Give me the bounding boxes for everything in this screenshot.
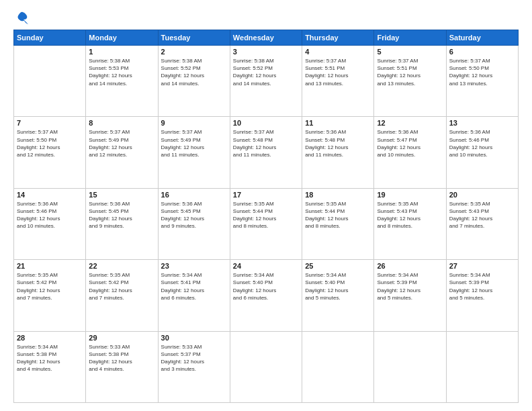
calendar-day-cell: 16Sunrise: 5:36 AM Sunset: 5:45 PM Dayli… bbox=[158, 188, 230, 259]
calendar-day-cell: 12Sunrise: 5:36 AM Sunset: 5:47 PM Dayli… bbox=[374, 117, 446, 188]
calendar-day-cell bbox=[14, 46, 86, 117]
calendar-day-cell: 2Sunrise: 5:38 AM Sunset: 5:52 PM Daylig… bbox=[158, 46, 230, 117]
day-number: 6 bbox=[449, 48, 515, 56]
day-number: 12 bbox=[377, 119, 443, 127]
calendar-day-cell: 7Sunrise: 5:37 AM Sunset: 5:50 PM Daylig… bbox=[14, 117, 86, 188]
calendar-day-cell: 22Sunrise: 5:35 AM Sunset: 5:42 PM Dayli… bbox=[86, 260, 158, 331]
calendar-day-cell: 23Sunrise: 5:34 AM Sunset: 5:41 PM Dayli… bbox=[158, 260, 230, 331]
day-number: 17 bbox=[233, 191, 299, 199]
page: SundayMondayTuesdayWednesdayThursdayFrid… bbox=[0, 0, 532, 411]
day-number: 11 bbox=[305, 119, 371, 127]
calendar-day-cell: 25Sunrise: 5:34 AM Sunset: 5:40 PM Dayli… bbox=[302, 260, 374, 331]
day-number: 29 bbox=[89, 334, 154, 342]
day-info: Sunrise: 5:37 AM Sunset: 5:49 PM Dayligh… bbox=[89, 128, 154, 158]
day-number: 8 bbox=[89, 119, 154, 127]
calendar-day-cell: 6Sunrise: 5:37 AM Sunset: 5:50 PM Daylig… bbox=[446, 46, 518, 117]
day-info: Sunrise: 5:36 AM Sunset: 5:46 PM Dayligh… bbox=[449, 128, 515, 158]
calendar-day-cell: 9Sunrise: 5:37 AM Sunset: 5:49 PM Daylig… bbox=[158, 117, 230, 188]
day-number: 24 bbox=[233, 262, 299, 270]
day-number: 15 bbox=[89, 191, 154, 199]
calendar-day-cell: 20Sunrise: 5:35 AM Sunset: 5:43 PM Dayli… bbox=[446, 188, 518, 259]
day-info: Sunrise: 5:35 AM Sunset: 5:42 PM Dayligh… bbox=[89, 271, 154, 302]
day-number: 30 bbox=[161, 334, 227, 342]
day-info: Sunrise: 5:36 AM Sunset: 5:46 PM Dayligh… bbox=[17, 200, 83, 230]
day-info: Sunrise: 5:34 AM Sunset: 5:40 PM Dayligh… bbox=[233, 271, 299, 302]
day-info: Sunrise: 5:38 AM Sunset: 5:52 PM Dayligh… bbox=[161, 57, 227, 87]
day-number: 5 bbox=[377, 48, 443, 56]
day-of-week-header: Friday bbox=[374, 30, 446, 46]
calendar-day-cell: 4Sunrise: 5:37 AM Sunset: 5:51 PM Daylig… bbox=[302, 46, 374, 117]
day-number: 14 bbox=[17, 191, 83, 199]
calendar-day-cell: 18Sunrise: 5:35 AM Sunset: 5:44 PM Dayli… bbox=[302, 188, 374, 259]
calendar-day-cell: 8Sunrise: 5:37 AM Sunset: 5:49 PM Daylig… bbox=[86, 117, 158, 188]
day-info: Sunrise: 5:38 AM Sunset: 5:52 PM Dayligh… bbox=[233, 57, 299, 87]
day-info: Sunrise: 5:37 AM Sunset: 5:51 PM Dayligh… bbox=[377, 57, 443, 87]
day-info: Sunrise: 5:36 AM Sunset: 5:48 PM Dayligh… bbox=[305, 128, 371, 158]
day-number: 27 bbox=[449, 262, 515, 270]
day-info: Sunrise: 5:36 AM Sunset: 5:45 PM Dayligh… bbox=[161, 200, 227, 230]
day-info: Sunrise: 5:34 AM Sunset: 5:41 PM Dayligh… bbox=[161, 271, 227, 302]
header bbox=[13, 11, 519, 26]
logo-bird-icon bbox=[15, 11, 30, 26]
day-number: 10 bbox=[233, 119, 299, 127]
day-info: Sunrise: 5:34 AM Sunset: 5:38 PM Dayligh… bbox=[17, 343, 83, 373]
calendar-day-cell: 28Sunrise: 5:34 AM Sunset: 5:38 PM Dayli… bbox=[14, 331, 86, 402]
calendar-day-cell: 17Sunrise: 5:35 AM Sunset: 5:44 PM Dayli… bbox=[230, 188, 302, 259]
day-of-week-header: Sunday bbox=[14, 30, 86, 46]
day-number: 20 bbox=[449, 191, 515, 199]
calendar-day-cell: 3Sunrise: 5:38 AM Sunset: 5:52 PM Daylig… bbox=[230, 46, 302, 117]
day-info: Sunrise: 5:35 AM Sunset: 5:43 PM Dayligh… bbox=[377, 200, 443, 230]
calendar-day-cell bbox=[230, 331, 302, 402]
calendar-week-row: 14Sunrise: 5:36 AM Sunset: 5:46 PM Dayli… bbox=[14, 188, 519, 259]
day-number: 22 bbox=[89, 262, 154, 270]
day-info: Sunrise: 5:34 AM Sunset: 5:40 PM Dayligh… bbox=[305, 271, 371, 302]
calendar-day-cell: 14Sunrise: 5:36 AM Sunset: 5:46 PM Dayli… bbox=[14, 188, 86, 259]
day-number: 28 bbox=[17, 334, 83, 342]
day-number: 21 bbox=[17, 262, 83, 270]
day-info: Sunrise: 5:33 AM Sunset: 5:38 PM Dayligh… bbox=[89, 343, 154, 373]
calendar-week-row: 7Sunrise: 5:37 AM Sunset: 5:50 PM Daylig… bbox=[14, 117, 519, 188]
day-info: Sunrise: 5:38 AM Sunset: 5:53 PM Dayligh… bbox=[89, 57, 154, 87]
day-number: 13 bbox=[449, 119, 515, 127]
calendar-day-cell bbox=[374, 331, 446, 402]
day-info: Sunrise: 5:35 AM Sunset: 5:44 PM Dayligh… bbox=[305, 200, 371, 230]
day-number: 25 bbox=[305, 262, 371, 270]
calendar-day-cell: 5Sunrise: 5:37 AM Sunset: 5:51 PM Daylig… bbox=[374, 46, 446, 117]
day-number: 18 bbox=[305, 191, 371, 199]
calendar-day-cell bbox=[446, 331, 518, 402]
day-number: 3 bbox=[233, 48, 299, 56]
day-info: Sunrise: 5:34 AM Sunset: 5:39 PM Dayligh… bbox=[377, 271, 443, 302]
calendar-week-row: 1Sunrise: 5:38 AM Sunset: 5:53 PM Daylig… bbox=[14, 46, 519, 117]
calendar-day-cell bbox=[302, 331, 374, 402]
calendar-week-row: 21Sunrise: 5:35 AM Sunset: 5:42 PM Dayli… bbox=[14, 260, 519, 331]
day-number: 4 bbox=[305, 48, 371, 56]
day-number: 19 bbox=[377, 191, 443, 199]
day-info: Sunrise: 5:37 AM Sunset: 5:49 PM Dayligh… bbox=[161, 128, 227, 158]
calendar-day-cell: 30Sunrise: 5:33 AM Sunset: 5:37 PM Dayli… bbox=[158, 331, 230, 402]
day-info: Sunrise: 5:36 AM Sunset: 5:45 PM Dayligh… bbox=[89, 200, 154, 230]
day-number: 7 bbox=[17, 119, 83, 127]
calendar-day-cell: 29Sunrise: 5:33 AM Sunset: 5:38 PM Dayli… bbox=[86, 331, 158, 402]
day-of-week-header: Thursday bbox=[302, 30, 374, 46]
calendar-day-cell: 1Sunrise: 5:38 AM Sunset: 5:53 PM Daylig… bbox=[86, 46, 158, 117]
calendar-table: SundayMondayTuesdayWednesdayThursdayFrid… bbox=[13, 30, 519, 403]
calendar-day-cell: 26Sunrise: 5:34 AM Sunset: 5:39 PM Dayli… bbox=[374, 260, 446, 331]
calendar-day-cell: 15Sunrise: 5:36 AM Sunset: 5:45 PM Dayli… bbox=[86, 188, 158, 259]
day-info: Sunrise: 5:33 AM Sunset: 5:37 PM Dayligh… bbox=[161, 343, 227, 373]
calendar-day-cell: 27Sunrise: 5:34 AM Sunset: 5:39 PM Dayli… bbox=[446, 260, 518, 331]
day-info: Sunrise: 5:35 AM Sunset: 5:44 PM Dayligh… bbox=[233, 200, 299, 230]
calendar-day-cell: 13Sunrise: 5:36 AM Sunset: 5:46 PM Dayli… bbox=[446, 117, 518, 188]
calendar-header-row: SundayMondayTuesdayWednesdayThursdayFrid… bbox=[14, 30, 519, 46]
day-of-week-header: Tuesday bbox=[158, 30, 230, 46]
logo bbox=[13, 11, 30, 26]
day-info: Sunrise: 5:37 AM Sunset: 5:48 PM Dayligh… bbox=[233, 128, 299, 158]
calendar-day-cell: 11Sunrise: 5:36 AM Sunset: 5:48 PM Dayli… bbox=[302, 117, 374, 188]
day-number: 1 bbox=[89, 48, 154, 56]
day-info: Sunrise: 5:34 AM Sunset: 5:39 PM Dayligh… bbox=[449, 271, 515, 302]
day-info: Sunrise: 5:37 AM Sunset: 5:50 PM Dayligh… bbox=[17, 128, 83, 158]
calendar-day-cell: 24Sunrise: 5:34 AM Sunset: 5:40 PM Dayli… bbox=[230, 260, 302, 331]
day-number: 23 bbox=[161, 262, 227, 270]
day-info: Sunrise: 5:35 AM Sunset: 5:43 PM Dayligh… bbox=[449, 200, 515, 230]
calendar-week-row: 28Sunrise: 5:34 AM Sunset: 5:38 PM Dayli… bbox=[14, 331, 519, 402]
day-info: Sunrise: 5:37 AM Sunset: 5:50 PM Dayligh… bbox=[449, 57, 515, 87]
